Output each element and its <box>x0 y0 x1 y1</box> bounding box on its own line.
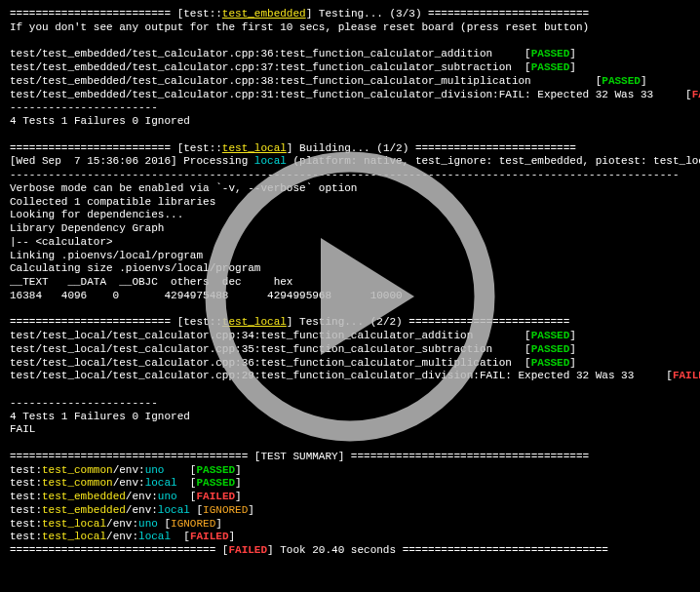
svg-marker-1 <box>321 238 414 355</box>
reset-hint: If you don't see any output for the firs… <box>10 21 690 35</box>
test-summary-embedded: 4 Tests 1 Failures 0 Ignored <box>10 115 690 129</box>
test-summary-header: ===================================== [T… <box>10 451 690 464</box>
test-name-embedded: test_embedded <box>222 8 306 20</box>
play-button[interactable] <box>204 150 496 443</box>
play-icon <box>204 150 496 443</box>
